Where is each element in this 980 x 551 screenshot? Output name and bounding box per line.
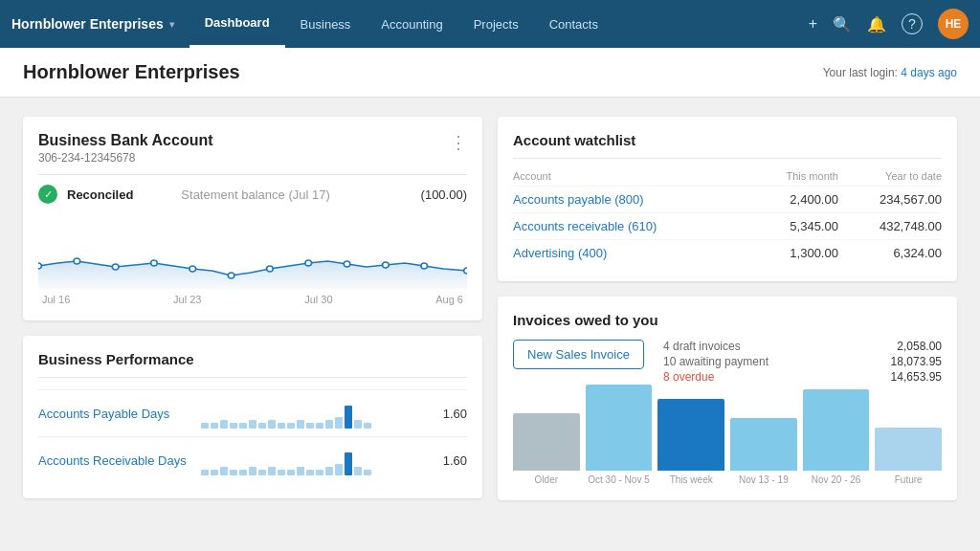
perf-bar	[258, 470, 266, 475]
chart-label: Jul 30	[304, 294, 332, 305]
invoice-stat-row: 4 draft invoices2,058.00	[663, 340, 942, 353]
watchlist-amount: 2,400.00	[752, 187, 838, 213]
last-login: Your last login: 4 days ago	[823, 66, 957, 79]
svg-point-11	[464, 268, 467, 274]
svg-point-0	[38, 263, 41, 269]
perf-bar	[249, 467, 256, 475]
watchlist-row: Advertising (400)1,300.006,324.00	[513, 240, 942, 267]
watchlist-col-header: Year to date	[838, 166, 942, 187]
chart-labels: Jul 16Jul 23Jul 30Aug 6	[38, 294, 467, 305]
invoice-stat-label: 4 draft invoices	[663, 340, 741, 353]
perf-title: Business Performance	[38, 351, 467, 367]
perf-bar	[201, 423, 209, 429]
perf-bar-area	[201, 398, 419, 429]
bar-col: Oct 30 - Nov 5	[586, 385, 653, 485]
add-icon[interactable]: +	[809, 15, 817, 33]
perf-bar	[239, 470, 247, 475]
svg-point-10	[421, 263, 428, 269]
help-icon[interactable]: ?	[902, 13, 923, 34]
perf-bar	[258, 423, 266, 429]
bar	[875, 428, 942, 471]
perf-bar	[249, 420, 256, 429]
svg-point-9	[383, 262, 390, 268]
bar-col: Older	[513, 413, 580, 485]
perf-bar	[230, 470, 237, 475]
bank-account-number: 306-234-12345678	[38, 151, 213, 165]
perf-row-value: 1.60	[429, 453, 467, 468]
nav-link-accounting[interactable]: Accounting	[366, 0, 457, 48]
invoices-card: Invoices owed to you New Sales Invoice 4…	[498, 297, 957, 500]
svg-point-2	[112, 264, 119, 270]
watchlist-amount: 6,324.00	[838, 240, 942, 267]
brand-name: Hornblower Enterprises	[11, 16, 164, 32]
bar-label: Nov 13 - 19	[739, 474, 789, 485]
watchlist-amount: 432,748.00	[838, 213, 942, 240]
perf-row: Accounts Receivable Days1.60	[38, 436, 467, 483]
perf-bar	[278, 470, 285, 475]
bar-label: Older	[535, 474, 558, 485]
invoice-stat-label: 8 overdue	[663, 370, 714, 384]
perf-row-label[interactable]: Accounts Payable Days	[38, 407, 191, 421]
page-header: Hornblower Enterprises Your last login: …	[0, 48, 980, 98]
svg-point-7	[305, 260, 312, 266]
perf-row-label[interactable]: Accounts Receivable Days	[38, 453, 191, 468]
perf-bar	[297, 420, 304, 429]
watchlist-title: Account watchlist	[513, 132, 942, 148]
perf-bar	[297, 467, 304, 475]
nav-bar: Hornblower Enterprises ▾ DashboardBusine…	[0, 0, 980, 48]
perf-row: Accounts Payable Days1.60	[38, 389, 467, 436]
bank-card-menu-icon[interactable]: ⋮	[450, 132, 467, 153]
bar	[657, 399, 724, 471]
perf-bar	[278, 423, 285, 429]
bell-icon[interactable]: 🔔	[867, 15, 886, 33]
bank-reconcile-row: ✓ Reconciled Statement balance (Jul 17) …	[38, 185, 467, 204]
search-icon[interactable]: 🔍	[833, 15, 852, 33]
perf-bar	[220, 420, 228, 429]
new-invoice-button[interactable]: New Sales Invoice	[513, 340, 644, 369]
perf-bar	[220, 467, 228, 475]
perf-bar	[316, 423, 323, 429]
watchlist-account[interactable]: Accounts receivable (610)	[513, 213, 752, 240]
perf-bar	[211, 470, 218, 475]
bar-col: Nov 13 - 19	[730, 418, 797, 485]
user-avatar[interactable]: HE	[938, 9, 969, 39]
business-performance-card: Business Performance Accounts Payable Da…	[23, 336, 482, 498]
statement-amount: (100.00)	[421, 187, 467, 202]
nav-link-business[interactable]: Business	[285, 0, 367, 48]
watchlist-account[interactable]: Advertising (400)	[513, 240, 752, 267]
bar-col: Future	[875, 428, 942, 485]
chart-label: Jul 16	[42, 294, 70, 305]
perf-bar	[201, 470, 209, 475]
chart-label: Aug 6	[435, 294, 463, 305]
watchlist-row: Accounts receivable (610)5,345.00432,748…	[513, 213, 942, 240]
bar-label: Oct 30 - Nov 5	[588, 474, 649, 485]
svg-point-8	[344, 261, 350, 267]
invoices-stats: 4 draft invoices2,058.0010 awaiting paym…	[663, 340, 942, 384]
watchlist-amount: 5,345.00	[752, 213, 838, 240]
right-column: Account watchlist AccountThis monthYear …	[498, 117, 957, 500]
bar	[513, 413, 580, 471]
invoice-stat-amount: 14,653.95	[891, 370, 942, 384]
nav-brand[interactable]: Hornblower Enterprises ▾	[11, 16, 189, 32]
nav-links: DashboardBusinessAccountingProjectsConta…	[189, 0, 809, 48]
nav-link-projects[interactable]: Projects	[458, 0, 534, 48]
perf-bar	[335, 417, 343, 429]
watchlist-card: Account watchlist AccountThis monthYear …	[498, 117, 957, 281]
last-login-link[interactable]: 4 days ago	[901, 66, 957, 79]
watchlist-account[interactable]: Accounts payable (800)	[513, 187, 752, 213]
svg-point-6	[267, 266, 274, 272]
bar-col: This week	[657, 399, 724, 485]
perf-bar	[268, 467, 276, 475]
perf-bar	[354, 467, 362, 475]
nav-link-contacts[interactable]: Contacts	[534, 0, 613, 48]
svg-point-3	[151, 260, 158, 266]
invoice-stat-label: 10 awaiting payment	[663, 355, 768, 368]
nav-link-dashboard[interactable]: Dashboard	[189, 0, 285, 48]
perf-bar	[325, 420, 333, 429]
perf-rows: Accounts Payable Days1.60Accounts Receiv…	[38, 389, 467, 483]
watchlist-amount: 234,567.00	[838, 187, 942, 213]
bar-col: Nov 20 - 26	[803, 389, 870, 485]
perf-bar	[239, 423, 247, 429]
left-column: Business Bank Account 306-234-12345678 ⋮…	[23, 117, 482, 500]
bank-card-title: Business Bank Account	[38, 132, 213, 149]
